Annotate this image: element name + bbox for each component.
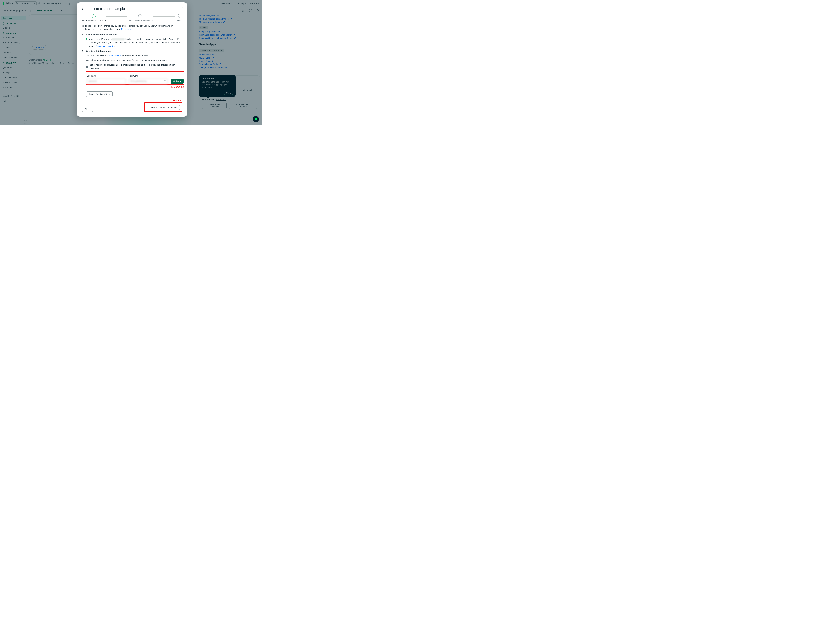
username-input[interactable] [87,79,126,84]
step-2: 2 Choose a connection method [127,14,153,22]
modal-footer: Close 2. Next step Choose a connection m… [82,102,182,112]
item1-text: Your current IP address has been added t… [89,38,182,48]
eye-icon[interactable]: 👁 [164,79,166,83]
redacted-ip [112,38,125,41]
check-circle-icon: ✓ [86,38,87,41]
choose-connection-method-button[interactable]: Choose a connection method [147,105,180,110]
annotation-2: 2. Next step [168,99,181,102]
external-link-icon [112,44,114,48]
password-column: Password 👁 [129,74,168,84]
item2-text-a: This first user will have atlasAdmin per… [86,54,184,58]
item2-text-b: We autogenerated a username and password… [86,58,184,62]
close-button[interactable]: Close [82,107,93,112]
step-3-circle: 3 [177,14,180,18]
chat-icon [254,118,257,121]
step-2-circle: 2 [138,14,142,18]
step-3: 3 Connect [175,14,182,22]
atlas-admin-link[interactable]: atlasAdmin [109,54,122,57]
copy-icon [173,80,175,82]
credentials-highlight: Username Password 👁 Copy [86,71,184,85]
password-label: Password [129,74,168,77]
password-input[interactable] [129,79,168,84]
info-row: i You'll need your database user's crede… [86,63,184,70]
external-link-icon [120,54,122,57]
step-1-circle: 1 [92,14,96,18]
info-text: You'll need your database user's credent… [90,63,184,70]
step-1-label: Set up connection security [82,19,106,22]
close-icon[interactable]: ✕ [181,6,184,10]
modal-body: You need to secure your MongoDB Atlas cl… [82,24,182,97]
next-step-highlight: 2. Next step Choose a connection method [144,102,182,112]
step-2-label: Choose a connection method [127,19,153,22]
username-column: Username [87,74,126,84]
connect-modal: ✕ Connect to cluster-example 1 Set up co… [77,2,188,117]
step-3-label: Connect [175,19,182,22]
read-more-link[interactable]: Read more [121,28,134,30]
external-link-icon [133,28,134,31]
stepper: 1 Set up connection security 2 Choose a … [82,14,182,22]
list-number-1: 1. [82,33,84,48]
list-number-2: 2. [82,49,84,97]
annotation-1: 1. Memo this [171,86,184,88]
item1-heading: Add a connection IP address [86,33,182,36]
chat-fab[interactable] [253,116,259,122]
username-label: Username [87,74,126,77]
step-1: 1 Set up connection security [82,14,106,22]
item2-heading: Create a database user [86,49,184,53]
create-database-user-button[interactable]: Create Database User [86,91,112,97]
info-icon: i [86,66,88,68]
network-access-link[interactable]: Network Access [96,45,114,47]
copy-button[interactable]: Copy [171,79,184,84]
modal-title: Connect to cluster-example [82,7,182,11]
